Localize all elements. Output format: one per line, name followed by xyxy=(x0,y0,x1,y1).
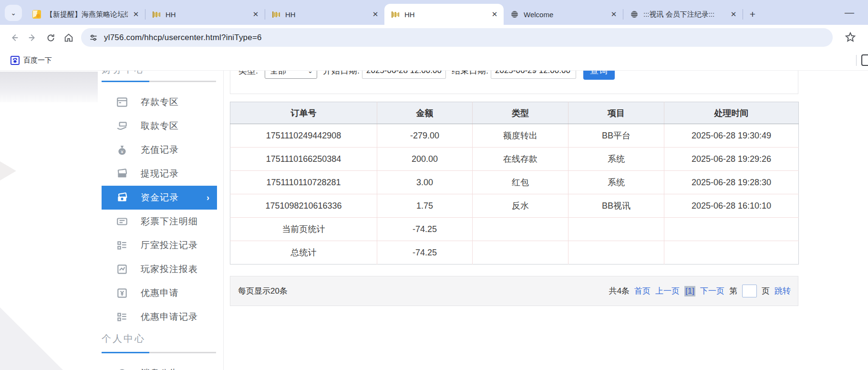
site-settings-icon[interactable] xyxy=(89,33,98,42)
sidebar-section-personal-title: 个人中心 xyxy=(102,332,145,345)
sidebar-item-promo-apply-records[interactable]: 优惠申请记录 xyxy=(102,305,217,329)
sidebar-item-label: 优惠申请记录 xyxy=(141,311,198,323)
money-bag-icon: ¥ xyxy=(116,144,128,156)
tab-search-button[interactable]: ⌄ xyxy=(5,5,22,21)
deposit-card-icon xyxy=(116,96,128,108)
back-icon[interactable] xyxy=(8,31,21,44)
tab-forum[interactable]: 【新提醒】海燕策略论坛综 ✕ xyxy=(26,4,145,25)
tab-close-icon[interactable]: ✕ xyxy=(610,10,618,19)
cell-amount: 200.00 xyxy=(377,148,473,171)
cell-amount: 3.00 xyxy=(377,171,473,194)
bookmark-baidu[interactable]: 百度一下 xyxy=(8,53,55,67)
table-summary-row-page: 当前页统计 -74.25 xyxy=(230,218,799,241)
tab-close-icon[interactable]: ✕ xyxy=(371,10,380,19)
tab-hh-1[interactable]: HH ✕ xyxy=(145,4,265,25)
sidebar-item-funds-records[interactable]: 资金记录 › xyxy=(102,186,217,210)
background-decor-triangle-small xyxy=(0,161,16,180)
first-page-link[interactable]: 首页 xyxy=(634,285,651,296)
tab-title: HH xyxy=(404,11,486,19)
bookmarks-bar: 百度一下 xyxy=(0,50,868,71)
sidebar-item-promo-apply[interactable]: 优惠申请 xyxy=(102,281,217,305)
cell-type: 反水 xyxy=(473,194,568,218)
sidebar-item-hall-bet-records[interactable]: 厅室投注记录 xyxy=(102,233,217,257)
sidebar-divider xyxy=(223,71,224,370)
table-row: 1751110166250384 200.00 在线存款 系统 2025-06-… xyxy=(230,148,799,171)
col-type: 类型 xyxy=(473,102,568,124)
sidebar-item-player-bet-report[interactable]: 玩家投注报表 xyxy=(102,257,217,281)
new-tab-button[interactable]: + xyxy=(743,4,762,25)
fund-cards-icon xyxy=(116,191,128,204)
hh-gold-favicon-icon xyxy=(152,10,161,19)
list-card-icon xyxy=(116,215,128,228)
table-row: 1751110110728281 3.00 红包 系统 2025-06-28 1… xyxy=(230,171,799,194)
bookmarks-bar-divider xyxy=(856,55,857,66)
reload-icon[interactable] xyxy=(44,31,57,44)
cell-amount: -279.00 xyxy=(377,124,473,148)
tab-close-icon[interactable]: ✕ xyxy=(490,10,499,19)
sidebar-item-lottery-bet-details[interactable]: 彩票下注明细 xyxy=(102,210,217,233)
next-page-link[interactable]: 下一页 xyxy=(700,285,724,296)
svg-text:¥: ¥ xyxy=(120,149,124,154)
sidebar-item-label: 取款专区 xyxy=(141,120,179,132)
cell-project: 系统 xyxy=(568,171,664,194)
jump-go-link[interactable]: 跳转 xyxy=(775,285,791,296)
sidebar-item-label: 优惠申请 xyxy=(141,287,179,299)
tab-title: HH xyxy=(165,11,248,19)
sidebar-item-messages[interactable]: 消息公告 xyxy=(102,361,217,370)
cell-process-time: 2025-06-28 16:10:10 xyxy=(664,194,799,218)
sidebar-item-recharge-records[interactable]: ¥ 充值记录 xyxy=(102,138,217,162)
tab-close-icon[interactable]: ✕ xyxy=(132,10,140,19)
sidebar-item-label: 玩家投注报表 xyxy=(141,263,198,275)
sidebar-item-label: 彩票下注明细 xyxy=(141,215,198,228)
address-bar[interactable]: yl756.com/hhcp/usercenter.html?iniType=6 xyxy=(81,28,833,47)
col-project: 项目 xyxy=(568,102,664,124)
hh-gold-favicon-icon xyxy=(391,10,400,19)
sidebar-item-label: 充值记录 xyxy=(141,144,179,156)
table-summary-row-total: 总统计 -74.25 xyxy=(230,241,799,264)
background-decor-triangle-big xyxy=(0,294,72,370)
tab-video-bet-records[interactable]: :::视讯 会员下注纪录::: ✕ xyxy=(623,4,743,25)
cell-project: 系统 xyxy=(568,148,664,171)
jump-label-pre: 第 xyxy=(729,285,737,296)
tab-close-icon[interactable]: ✕ xyxy=(729,10,738,19)
globe-icon xyxy=(510,10,519,19)
tab-welcome[interactable]: Welcome ✕ xyxy=(504,4,623,25)
cell-project: BB视讯 xyxy=(568,194,664,218)
sidebar-item-label: 资金记录 xyxy=(141,191,179,204)
background-decor-band xyxy=(0,72,98,102)
bookmark-star-icon[interactable] xyxy=(844,31,857,43)
chevron-right-icon: › xyxy=(207,193,209,203)
url-text: yl756.com/hhcp/usercenter.html?iniType=6 xyxy=(104,33,262,42)
sidebar-item-label: 存款专区 xyxy=(141,96,179,108)
cell-order-id: 1751110249442908 xyxy=(230,124,377,148)
cell-summary-label: 总统计 xyxy=(230,241,377,264)
page-jump-input[interactable] xyxy=(742,285,757,297)
tab-title: :::视讯 会员下注纪录::: xyxy=(643,10,725,19)
tab-hh-active[interactable]: HH ✕ xyxy=(384,4,504,25)
coupon-yuan-icon xyxy=(116,287,128,299)
col-order-id: 订单号 xyxy=(230,102,377,124)
forward-icon[interactable] xyxy=(26,31,39,44)
hand-money-icon xyxy=(116,120,128,132)
tab-strip: ⌄ 【新提醒】海燕策略论坛综 ✕ HH ✕ HH ✕ xyxy=(0,0,868,25)
tab-hh-2[interactable]: HH ✕ xyxy=(265,4,384,25)
sidebar-item-deposit-zone[interactable]: 存款专区 xyxy=(102,90,217,114)
sidebar-item-withdrawal-records[interactable]: 提现记录 xyxy=(102,162,217,186)
sidebar-item-label: 消息公告 xyxy=(141,367,179,370)
tab-title: 【新提醒】海燕策略论坛综 xyxy=(46,10,128,19)
cell-type: 红包 xyxy=(473,171,568,194)
list-items-icon xyxy=(116,239,128,252)
pagination-bar: 每页显示20条 共4条 首页 上一页 [1] 下一页 第 页 跳转 xyxy=(230,276,798,306)
cell-summary-amount: -74.25 xyxy=(377,241,473,264)
jump-label-post: 页 xyxy=(762,285,770,296)
tab-title: Welcome xyxy=(524,11,606,19)
personal-section-underline xyxy=(102,352,216,353)
tab-close-icon[interactable]: ✕ xyxy=(251,10,260,19)
window-minimize-button[interactable]: — xyxy=(841,6,858,19)
side-panel-icon[interactable] xyxy=(861,54,868,66)
prev-page-link[interactable]: 上一页 xyxy=(655,285,680,296)
chevron-down-icon: ⌄ xyxy=(10,9,16,17)
home-icon[interactable] xyxy=(62,31,75,44)
current-page-indicator: [1] xyxy=(684,286,695,296)
sidebar-item-withdraw-zone[interactable]: 取款专区 xyxy=(102,114,217,138)
